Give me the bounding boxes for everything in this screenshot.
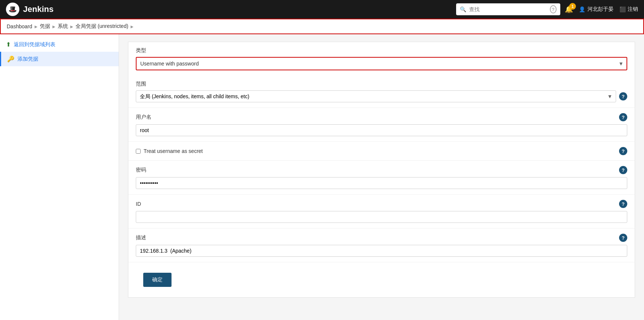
search-input[interactable] <box>469 6 547 12</box>
treat-username-checkbox[interactable] <box>136 149 141 154</box>
scope-field-group: 范围 全局 (Jenkins, nodes, items, all child … <box>128 76 635 108</box>
password-field-group: 密码 ? <box>128 161 635 195</box>
arrow-up-icon: ⬆ <box>6 41 11 48</box>
breadcrumb-system[interactable]: 系统 <box>58 23 68 30</box>
password-label-row: 密码 ? <box>136 166 627 174</box>
search-box: 🔍 ? <box>456 3 560 15</box>
username-help-button[interactable]: ? <box>619 113 627 121</box>
description-input[interactable] <box>136 245 627 257</box>
treat-username-help-button[interactable]: ? <box>619 147 627 155</box>
sidebar-item-add-label: 添加凭据 <box>17 56 38 63</box>
header: 🎩 Jenkins 🔍 ? 🔔 1 👤 河北彭于晏 ⬛ 注销 <box>0 0 644 19</box>
sidebar-item-back-label: 返回到凭据域列表 <box>14 41 55 48</box>
breadcrumb-sep-2: ▶ <box>52 25 55 29</box>
id-field-group: ID ? <box>128 195 635 228</box>
key-icon: 🔑 <box>7 55 15 63</box>
breadcrumb: Dashboard ▶ 凭据 ▶ 系统 ▶ 全局凭据 (unrestricted… <box>0 19 644 34</box>
username-field-group: 用户名 ? <box>128 108 635 142</box>
breadcrumb-global[interactable]: 全局凭据 (unrestricted) <box>76 23 128 30</box>
header-actions: 🔔 1 👤 河北彭于晏 ⬛ 注销 <box>565 5 638 13</box>
sidebar-item-back[interactable]: ⬆ 返回到凭据域列表 <box>0 37 119 52</box>
id-help-button[interactable]: ? <box>619 200 627 208</box>
scope-select-wrapper: 全局 (Jenkins, nodes, items, all child ite… <box>136 90 616 102</box>
treat-username-label: Treat username as secret <box>144 148 203 154</box>
notification-badge: 1 <box>569 3 576 10</box>
description-help-button[interactable]: ? <box>619 234 627 242</box>
id-input[interactable] <box>136 211 627 223</box>
scope-label: 范围 <box>136 81 627 87</box>
treat-username-checkbox-group: Treat username as secret <box>136 148 616 154</box>
user-info[interactable]: 👤 河北彭于晏 <box>579 6 613 13</box>
scope-row: 全局 (Jenkins, nodes, items, all child ite… <box>136 90 627 102</box>
id-label-row: ID ? <box>136 200 627 208</box>
search-icon: 🔍 <box>460 6 466 12</box>
form-area: 范围 全局 (Jenkins, nodes, items, all child … <box>128 76 635 298</box>
sidebar: ⬆ 返回到凭据域列表 🔑 添加凭据 <box>0 34 119 320</box>
breadcrumb-sep-3: ▶ <box>70 25 73 29</box>
password-label: 密码 <box>136 167 616 173</box>
jenkins-logo-icon: 🎩 <box>6 3 19 16</box>
scope-select[interactable]: 全局 (Jenkins, nodes, items, all child ite… <box>136 90 616 102</box>
treat-username-field-group: Treat username as secret ? <box>128 142 635 161</box>
sidebar-item-add-credential[interactable]: 🔑 添加凭据 <box>0 52 119 66</box>
type-select[interactable]: Username with password SSH Username with… <box>136 57 627 70</box>
username-label: 用户名 <box>136 114 616 121</box>
type-section: 类型 Username with password SSH Username w… <box>128 42 635 76</box>
user-name: 河北彭于晏 <box>587 6 613 13</box>
id-label: ID <box>136 201 616 207</box>
type-field-label: 类型 <box>136 47 627 54</box>
user-icon: 👤 <box>579 6 585 12</box>
description-label: 描述 <box>136 234 616 241</box>
scope-help-button[interactable]: ? <box>619 92 627 100</box>
submit-section: 确定 <box>128 262 635 297</box>
main-layout: ⬆ 返回到凭据域列表 🔑 添加凭据 类型 Username with passw… <box>0 34 644 320</box>
password-help-button[interactable]: ? <box>619 166 627 174</box>
logout-button[interactable]: ⬛ 注销 <box>619 6 638 13</box>
notification-bell[interactable]: 🔔 1 <box>565 5 573 13</box>
search-help-icon[interactable]: ? <box>550 5 557 13</box>
type-select-wrapper: Username with password SSH Username with… <box>136 57 627 70</box>
breadcrumb-sep-1: ▶ <box>35 25 38 29</box>
logo-text: Jenkins <box>23 4 54 14</box>
logout-icon: ⬛ <box>619 6 626 12</box>
content-area: 类型 Username with password SSH Username w… <box>119 34 644 320</box>
logo[interactable]: 🎩 Jenkins <box>6 3 54 16</box>
treat-username-row: Treat username as secret ? <box>136 147 627 155</box>
breadcrumb-dashboard[interactable]: Dashboard <box>7 23 32 29</box>
username-label-row: 用户名 ? <box>136 113 627 121</box>
logout-label: 注销 <box>628 6 638 13</box>
breadcrumb-credentials[interactable]: 凭据 <box>40 23 50 30</box>
password-input[interactable] <box>136 177 627 189</box>
username-input[interactable] <box>136 124 627 136</box>
description-label-row: 描述 ? <box>136 234 627 242</box>
submit-button[interactable]: 确定 <box>143 273 172 287</box>
breadcrumb-sep-4: ▶ <box>131 25 134 29</box>
description-field-group: 描述 ? <box>128 228 635 262</box>
